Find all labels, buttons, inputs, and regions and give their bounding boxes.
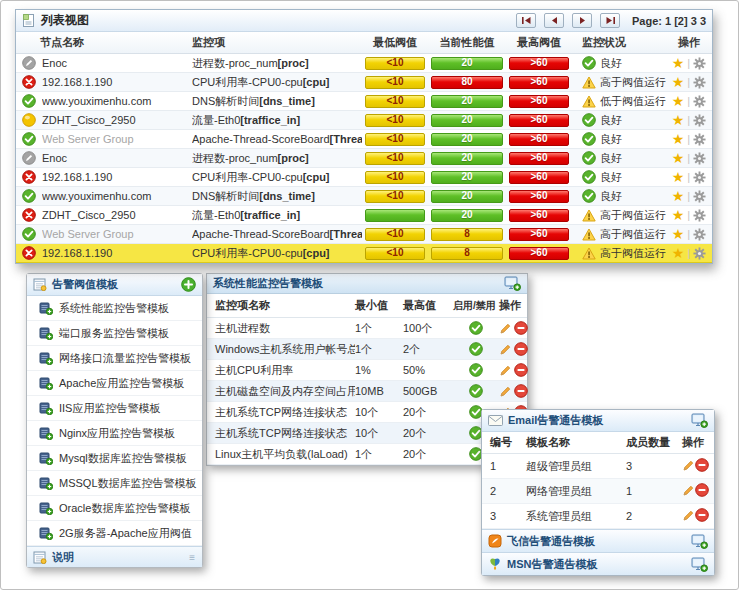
favorite-star-icon[interactable]: ★	[672, 113, 685, 127]
page-first-button[interactable]	[516, 13, 536, 28]
edit-icon[interactable]	[499, 343, 512, 356]
max-threshold-bar: >60	[509, 76, 569, 89]
enabled-toggle-icon[interactable]	[469, 342, 483, 356]
template-item[interactable]: 端口服务监控告警模板	[27, 321, 202, 346]
edit-icon[interactable]	[682, 484, 695, 497]
page-next-button[interactable]	[572, 13, 592, 28]
monitor-row[interactable]: ZDHT_Cisco_2950 流量-Eth0[traffice_in] <10…	[16, 111, 712, 130]
template-item[interactable]: Oracle数据库监控告警模板	[27, 496, 202, 521]
node-state-icon	[22, 227, 36, 241]
favorite-star-icon[interactable]: ★	[672, 227, 685, 241]
template-item[interactable]: 网络接口流量监控告警模板	[27, 346, 202, 371]
favorite-star-icon[interactable]: ★	[672, 170, 685, 184]
settings-gear-icon[interactable]	[693, 133, 706, 146]
monitor-text: Apache-Thread-ScoreBoard	[192, 228, 330, 240]
perf-max: 100个	[403, 321, 453, 336]
server-add-icon	[39, 427, 53, 440]
remove-icon[interactable]	[514, 384, 528, 398]
apply-to-monitor-icon[interactable]	[691, 413, 708, 428]
monitor-row-selected[interactable]: 192.168.1.190 CPU利用率-CPU0-cpu[cpu] <10 8…	[16, 244, 712, 263]
msn-template-bar[interactable]: MSN告警通告模板	[482, 552, 714, 575]
monitor-row[interactable]: www.youximenhu.com DNS解析时间[dns_time] <10…	[16, 92, 712, 111]
apply-to-monitor-icon[interactable]	[504, 276, 521, 291]
settings-gear-icon[interactable]	[693, 95, 706, 108]
monitor-tag: [proc]	[278, 152, 309, 164]
favorite-star-icon[interactable]: ★	[672, 56, 685, 70]
remove-icon[interactable]	[695, 458, 709, 472]
favorite-star-icon[interactable]: ★	[672, 94, 685, 108]
remove-icon[interactable]	[695, 508, 709, 522]
settings-gear-icon[interactable]	[693, 209, 706, 222]
monitor-row[interactable]: Web Server Group Apache-Thread-ScoreBoar…	[16, 130, 712, 149]
favorite-star-icon[interactable]: ★	[672, 208, 685, 222]
remove-icon[interactable]	[695, 483, 709, 497]
template-item[interactable]: 2G服务器-Apache应用阀值	[27, 521, 202, 546]
email-panel-header[interactable]: Email告警通告模板	[482, 410, 714, 432]
next-page-icon	[578, 16, 587, 25]
edit-icon[interactable]	[682, 459, 695, 472]
perf-row: 主机系统TCP网络连接状态 10个 20个	[207, 423, 527, 444]
monitor-row[interactable]: Enoc 进程数-proc_num[proc] <10 20 >60 良好 ★|	[16, 54, 712, 73]
row-actions: ★|	[666, 132, 712, 146]
monitor-row[interactable]: 192.168.1.190 CPU利用率-CPU0-cpu[cpu] <10 8…	[16, 73, 712, 92]
edit-icon[interactable]	[499, 322, 512, 335]
enabled-toggle-icon[interactable]	[469, 363, 483, 377]
remove-icon[interactable]	[514, 342, 528, 356]
settings-gear-icon[interactable]	[693, 228, 706, 241]
template-panel-header: 告警阀值模板	[27, 274, 202, 296]
template-item[interactable]: MSSQL数据库监控告警模板	[27, 471, 202, 496]
edit-icon[interactable]	[499, 385, 512, 398]
favorite-star-icon[interactable]: ★	[672, 151, 685, 165]
status-text: 良好	[600, 113, 622, 128]
template-item[interactable]: IIS应用监控告警模板	[27, 396, 202, 421]
monitor-tag: [dns_time]	[259, 190, 315, 202]
monitor-row[interactable]: ZDHT_Cisco_2950 流量-Eth0[traffice_in] 20 …	[16, 206, 712, 225]
settings-gear-icon[interactable]	[693, 57, 706, 70]
max-threshold-bar: >60	[509, 228, 569, 241]
min-threshold-bar: <10	[365, 171, 425, 184]
monitor-row[interactable]: Enoc 进程数-proc_num[proc] <10 20 >60 良好 ★|	[16, 149, 712, 168]
page-last-button[interactable]	[600, 13, 620, 28]
pagination-text[interactable]: Page: 1 [2] 3 3	[632, 15, 706, 27]
node-name: 192.168.1.190	[42, 76, 192, 88]
remove-icon[interactable]	[514, 321, 528, 335]
edit-icon[interactable]	[682, 509, 695, 522]
description-bar[interactable]: 说明 ≡	[27, 546, 202, 567]
monitor-row[interactable]: www.youximenhu.com DNS解析时间[dns_time] <10…	[16, 187, 712, 206]
apply-to-monitor-icon[interactable]	[691, 557, 708, 572]
settings-gear-icon[interactable]	[693, 114, 706, 127]
template-item[interactable]: Apache应用监控告警模板	[27, 371, 202, 396]
settings-gear-icon[interactable]	[693, 76, 706, 89]
fetion-template-bar[interactable]: 飞信告警通告模板	[482, 529, 714, 552]
template-item[interactable]: Nginx应用监控告警模板	[27, 421, 202, 446]
settings-gear-icon[interactable]	[693, 171, 706, 184]
template-item[interactable]: Mysql数据库监控告警模板	[27, 446, 202, 471]
row-actions: ★|	[666, 75, 712, 89]
node-name: Enoc	[42, 57, 192, 69]
perf-max: 20个	[403, 405, 453, 420]
edit-icon[interactable]	[499, 364, 512, 377]
monitor-text: DNS解析时间	[192, 95, 259, 107]
enabled-toggle-icon[interactable]	[469, 321, 483, 335]
monitor-row[interactable]: Web Server Group Apache-Thread-ScoreBoar…	[16, 225, 712, 244]
pagination-pages[interactable]: 1 [2] 3 3	[665, 15, 706, 27]
settings-gear-icon[interactable]	[693, 152, 706, 165]
page-prev-button[interactable]	[544, 13, 564, 28]
favorite-star-icon[interactable]: ★	[672, 189, 685, 203]
settings-gear-icon[interactable]	[693, 190, 706, 203]
favorite-star-icon[interactable]: ★	[672, 246, 685, 260]
settings-gear-icon[interactable]	[693, 247, 706, 260]
remove-icon[interactable]	[514, 363, 528, 377]
monitor-row[interactable]: 192.168.1.190 CPU利用率-CPU0-cpu[cpu] <10 2…	[16, 168, 712, 187]
enabled-toggle-icon[interactable]	[469, 384, 483, 398]
system-performance-template-panel: 系统性能监控告警模板 监控项名称 最小值 最高值 启用/禁用 操作 主机进程数 …	[206, 273, 528, 466]
add-template-button[interactable]	[181, 277, 196, 292]
node-state-icon	[22, 113, 36, 127]
apply-to-monitor-icon[interactable]	[691, 534, 708, 549]
favorite-star-icon[interactable]: ★	[672, 75, 685, 89]
template-item[interactable]: 系统性能监控告警模板	[27, 296, 202, 321]
min-threshold-bar: <10	[365, 228, 425, 241]
favorite-star-icon[interactable]: ★	[672, 132, 685, 146]
monitor-text: 进程数-proc_num	[192, 57, 278, 69]
current-value-bar: 20	[431, 95, 503, 108]
